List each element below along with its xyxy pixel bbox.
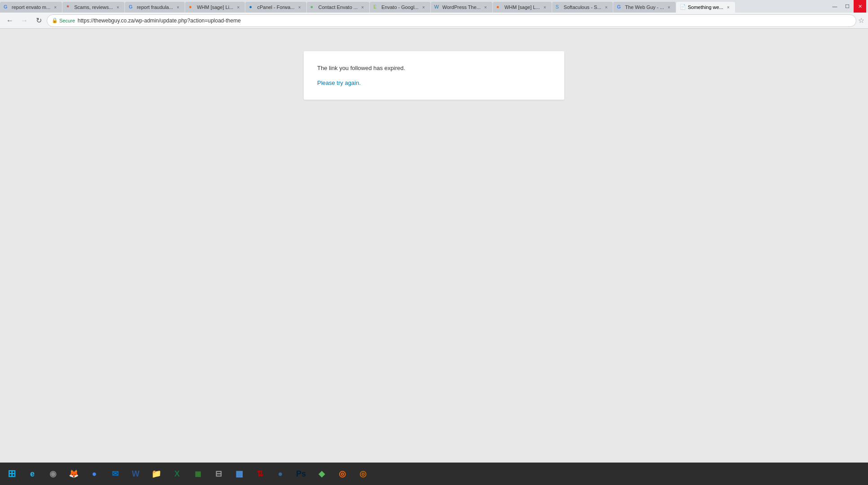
title-bar: Greport envato m...×★Scams, reviews...×G…	[0, 0, 868, 13]
tab-close-button[interactable]: ×	[542, 4, 548, 10]
reload-button[interactable]: ↻	[32, 14, 45, 27]
tab-favicon: 📄	[680, 4, 686, 10]
tab-favicon: W	[434, 4, 441, 10]
browser-tab[interactable]: ★Scams, reviews...×	[62, 2, 124, 13]
browser-tab[interactable]: SSoftaculous - S...×	[552, 2, 613, 13]
back-button[interactable]: ←	[4, 14, 16, 27]
tab-label: Envato - Googl...	[381, 4, 419, 10]
page-content: The link you followed has expired. Pleas…	[0, 29, 868, 463]
window-controls: — ☐ ✕	[828, 0, 868, 13]
browser-tab[interactable]: Greport fraudula...×	[125, 2, 185, 13]
tab-label: The Web Guy - ...	[625, 4, 664, 10]
tab-label: Something we...	[688, 4, 723, 10]
tab-close-button[interactable]: ×	[725, 4, 731, 10]
tab-close-button[interactable]: ×	[52, 4, 58, 10]
close-button[interactable]: ✕	[854, 0, 866, 13]
tab-label: Scams, reviews...	[74, 4, 113, 10]
tab-close-button[interactable]: ×	[483, 4, 489, 10]
tab-close-button[interactable]: ×	[235, 4, 241, 10]
secure-label: Secure	[59, 18, 75, 23]
tab-close-button[interactable]: ×	[359, 4, 366, 10]
address-text: https://thewebguy.co.za/wp-admin/update.…	[78, 18, 851, 24]
tab-favicon: G	[4, 4, 10, 10]
tab-favicon: ●	[189, 4, 195, 10]
tab-favicon: G	[128, 4, 135, 10]
tab-favicon: ★	[66, 4, 72, 10]
tabs-container: Greport envato m...×★Scams, reviews...×G…	[0, 0, 828, 13]
tab-label: WHM [sage] L...	[505, 4, 540, 10]
tab-label: Contact Envato ...	[319, 4, 358, 10]
tab-favicon: ●	[310, 4, 317, 10]
tab-close-button[interactable]: ×	[115, 4, 121, 10]
lock-icon: 🔒	[52, 18, 58, 23]
browser-tab[interactable]: GThe Web Guy - ...×	[613, 2, 676, 13]
minimize-button[interactable]: —	[828, 0, 841, 13]
expired-message: The link you followed has expired.	[317, 65, 551, 71]
tab-label: WordPress The...	[443, 4, 481, 10]
tab-favicon: G	[617, 4, 623, 10]
nav-bar: ← → ↻ 🔒 Secure https://thewebguy.co.za/w…	[0, 13, 868, 29]
browser-tab[interactable]: 📄Something we...×	[676, 2, 735, 13]
secure-badge: 🔒 Secure	[52, 18, 75, 23]
browser-tab[interactable]: ●cPanel - Forwa...×	[245, 2, 306, 13]
tab-label: WHM [sage] Li...	[197, 4, 233, 10]
tab-label: cPanel - Forwa...	[257, 4, 294, 10]
tab-close-button[interactable]: ×	[175, 4, 181, 10]
try-again-link[interactable]: Please try again.	[317, 79, 361, 86]
tab-favicon: ●	[249, 4, 255, 10]
tab-close-button[interactable]: ×	[603, 4, 609, 10]
browser-tab[interactable]: ●WHM [sage] L...×	[493, 2, 552, 13]
tab-label: report fraudula...	[137, 4, 173, 10]
browser-tab[interactable]: ●WHM [sage] Li...×	[185, 2, 245, 13]
browser-tab[interactable]: WWordPress The...×	[431, 2, 492, 13]
browser-tab[interactable]: ●Contact Envato ...×	[307, 2, 369, 13]
browser-tab[interactable]: EEnvato - Googl...×	[370, 2, 430, 13]
tab-favicon: S	[556, 4, 562, 10]
content-card: The link you followed has expired. Pleas…	[304, 51, 564, 100]
tab-favicon: E	[373, 4, 380, 10]
tab-label: report envato m...	[12, 4, 50, 10]
forward-button[interactable]: →	[18, 14, 31, 27]
tab-close-button[interactable]: ×	[666, 4, 672, 10]
tab-favicon: ●	[496, 4, 503, 10]
maximize-button[interactable]: ☐	[841, 0, 854, 13]
browser-tab[interactable]: Greport envato m...×	[0, 2, 62, 13]
tab-close-button[interactable]: ×	[297, 4, 303, 10]
bookmark-button[interactable]: ☆	[858, 16, 864, 25]
tab-label: Softaculous - S...	[564, 4, 602, 10]
address-bar[interactable]: 🔒 Secure https://thewebguy.co.za/wp-admi…	[47, 14, 856, 27]
tab-close-button[interactable]: ×	[421, 4, 427, 10]
